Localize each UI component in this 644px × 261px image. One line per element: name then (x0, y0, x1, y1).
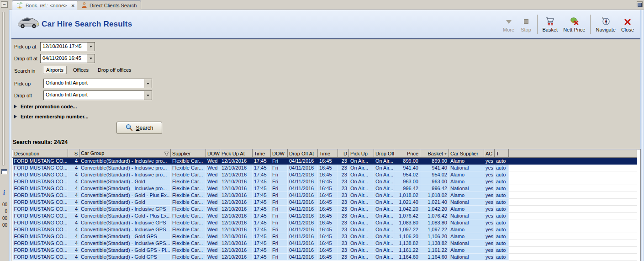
table-row[interactable]: FORD MUSTANG CO...4Convertible(Standard)… (13, 171, 637, 178)
cell-dow_dropoff: Fri (271, 178, 288, 185)
nett-price-label: Nett Price (563, 27, 585, 32)
cell-dow_dropoff: Fri (271, 219, 288, 226)
table-row[interactable]: FORD MUSTANG CO...4Convertible(Standard)… (13, 247, 637, 254)
column-header-dow_dropoff[interactable]: DOW (271, 150, 288, 158)
search-in-tab-offices[interactable]: Offices (70, 66, 91, 74)
table-row[interactable]: FORD MUSTANG CO...4Convertible(Standard)… (13, 240, 637, 247)
column-header-pick_up[interactable]: Pick Up (349, 150, 374, 158)
cell-t: auto (495, 165, 509, 171)
table-row[interactable]: FORD MUSTANG CO...4Convertible(Standard)… (13, 219, 637, 226)
close-label: Close (621, 27, 634, 32)
cell-filler (509, 247, 637, 254)
cell-drop_off: On Air... (374, 240, 394, 247)
search-button[interactable]: Search (116, 122, 162, 134)
cell-pick_up_at: 12/10/2016 (220, 165, 253, 171)
cell-pick_up_at: 12/10/2016 (220, 213, 253, 219)
pick-up-combobox[interactable]: Orlando Intl Airport (43, 79, 152, 88)
cell-time_dropoff: 16:45 (318, 247, 338, 254)
cell-basket: 1,097.22 (420, 226, 449, 233)
table-row[interactable]: FORD MUSTANG CO...4Convertible(Standard)… (13, 178, 637, 185)
cell-time_dropoff: 16:45 (318, 199, 338, 206)
tab-close-icon[interactable]: ✕ (71, 3, 75, 8)
cell-pick_up: On Air... (349, 158, 374, 165)
cell-ac: yes (484, 219, 495, 226)
table-row[interactable]: FORD MUSTANG CO...4Convertible(Standard)… (13, 213, 637, 219)
palm-tree-icon (16, 2, 23, 10)
cell-pick_up: On Air... (349, 171, 374, 178)
cell-ac: yes (484, 158, 495, 165)
pick-up-at-value: 12/10/2016 17:45 (41, 43, 87, 51)
filter-funnel-icon[interactable] (164, 151, 169, 157)
tab-direct-clients-search[interactable]: Direct Clients Search (77, 0, 141, 10)
column-header-supplier[interactable]: Supplier (171, 150, 206, 158)
cell-description: FORD MUSTANG CO... (13, 206, 68, 213)
cell-drop_off_at: 04/11/2016 (288, 185, 318, 192)
cell-description: FORD MUSTANG CO... (13, 247, 68, 254)
column-header-s[interactable]: S (68, 150, 79, 158)
drop-off-at-combobox[interactable]: 04/11/2016 16:45 (40, 54, 95, 63)
column-header-ac[interactable]: AC (484, 150, 495, 158)
table-row[interactable]: FORD MUSTANG CO...4Convertible(Standard)… (13, 192, 637, 199)
column-header-basket[interactable]: Basket▼ (420, 150, 449, 158)
column-header-label: D (343, 151, 347, 156)
column-header-t[interactable]: T (495, 150, 509, 158)
table-row[interactable]: FORD MUSTANG CO...4Convertible(Standard)… (13, 206, 637, 213)
cell-drop_off_at: 04/11/2016 (288, 233, 318, 240)
cell-ac: yes (484, 213, 495, 219)
promotion-code-expander[interactable]: Enter promotion code... (14, 104, 77, 109)
cell-car_group: Convertible(Standard) - Inclusive GPS... (79, 226, 171, 233)
column-header-pick_up_at[interactable]: Pick Up At (220, 150, 253, 158)
table-row[interactable]: FORD MUSTANG CO...4Convertible(Standard)… (13, 165, 637, 171)
cell-pick_up: On Air... (349, 199, 374, 206)
cell-car_group: Convertible(Standard) - Inclusive pro... (79, 165, 171, 171)
search-in-tab-drop-off-offices[interactable]: Drop off offices (95, 66, 134, 74)
table-row[interactable]: FORD MUSTANG CO...4Convertible(Standard)… (13, 226, 637, 233)
search-in-tab-airports[interactable]: Airports (43, 66, 67, 74)
table-row[interactable]: FORD MUSTANG CO...4Convertible(Standard)… (13, 158, 637, 165)
splitter-handle[interactable] (2, 12, 5, 165)
column-header-description[interactable]: Description (13, 150, 68, 158)
navigate-button[interactable]: Navigate (593, 12, 618, 36)
cell-car_group: Convertible(Standard) - Gold (79, 199, 171, 206)
table-row[interactable]: FORD MUSTANG CO...4Convertible(Standard)… (13, 233, 637, 240)
info-icon[interactable]: i (3, 189, 5, 197)
cell-d: 23 (338, 247, 349, 254)
collapse-panel-button[interactable]: − (1, 1, 8, 8)
tab-booking-ref[interactable]: Book. ref.: <none> ✕ (12, 0, 79, 10)
column-header-drop_off_at[interactable]: Drop Off At (288, 150, 318, 158)
chevron-down-icon[interactable] (144, 91, 152, 100)
column-header-car_group[interactable]: Car Group (79, 150, 171, 158)
panel-icon[interactable] (1, 169, 7, 174)
chevron-down-icon[interactable] (87, 43, 95, 51)
dock-corner-button[interactable] (637, 1, 643, 7)
column-header-price[interactable]: Price (394, 150, 420, 158)
column-header-d[interactable]: D (338, 150, 349, 158)
pick-up-value: Orlando Intl Airport (44, 79, 144, 88)
chevron-down-icon[interactable] (144, 79, 152, 88)
cell-pick_up_at: 12/10/2016 (220, 226, 253, 233)
table-row[interactable]: FORD MUSTANG CO...4Convertible(Standard)… (13, 199, 637, 206)
table-row[interactable]: FORD MUSTANG CO...4Convertible(Standard)… (13, 185, 637, 192)
table-row[interactable]: FORD MUSTANG CO...4Convertible(Standard)… (13, 254, 637, 261)
column-header-time_dropoff[interactable]: Time (318, 150, 338, 158)
column-header-car_supplier[interactable]: Car Supplier (449, 150, 484, 158)
nett-price-button[interactable]: Nett Price (560, 12, 588, 36)
close-button[interactable]: Close (618, 12, 637, 36)
pick-up-at-combobox[interactable]: 12/10/2016 17:45 (40, 42, 95, 51)
drop-off-combobox[interactable]: Orlando Intl Airport (43, 91, 152, 100)
cell-d: 23 (338, 158, 349, 165)
column-header-dow_pickup[interactable]: DOW (206, 150, 220, 158)
membership-number-expander[interactable]: Enter membership number... (14, 114, 89, 119)
column-header-time_pickup[interactable]: Time (253, 150, 271, 158)
column-header-drop_off[interactable]: Drop Off (374, 150, 394, 158)
cell-pick_up_at: 12/10/2016 (220, 247, 253, 254)
cell-s: 4 (68, 240, 79, 247)
basket-button[interactable]: Basket (540, 12, 561, 36)
cell-pick_up_at: 12/10/2016 (220, 178, 253, 185)
stop-button: Stop (517, 12, 535, 36)
cell-car_supplier: Alamo (449, 233, 484, 240)
chevron-down-icon[interactable] (87, 54, 95, 63)
cell-dow_pickup: Wed (206, 178, 220, 185)
cell-s: 4 (68, 171, 79, 178)
cell-pick_up_at: 12/10/2016 (220, 240, 253, 247)
